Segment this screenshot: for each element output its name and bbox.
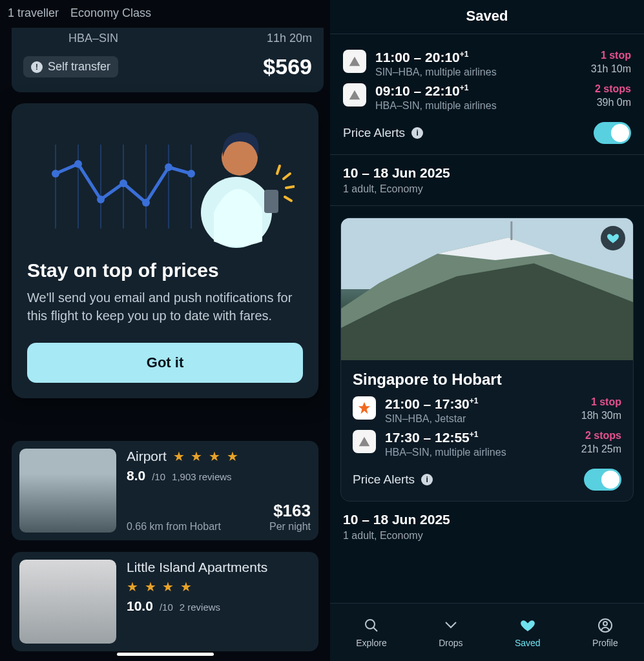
price-alerts-toggle[interactable] bbox=[584, 469, 621, 491]
svg-marker-26 bbox=[358, 402, 370, 414]
hotel-distance: 0.66 km from Hobart bbox=[127, 521, 221, 533]
favorite-button[interactable] bbox=[601, 226, 625, 250]
hotel-name: Airport bbox=[127, 449, 167, 464]
svg-point-27 bbox=[366, 620, 375, 629]
trip-dates: 10 – 18 Jun 2025 bbox=[343, 165, 631, 181]
self-transfer-label: Self transfer bbox=[48, 60, 110, 74]
svg-point-7 bbox=[52, 170, 59, 178]
heart-icon bbox=[519, 617, 536, 634]
flight-leg: 17:30 – 12:55+1 HBA–SIN, multiple airlin… bbox=[341, 430, 633, 458]
dialog-illustration bbox=[27, 119, 303, 248]
dialog-title: Stay on top of prices bbox=[27, 259, 303, 281]
flight-duration: 11h 20m bbox=[267, 32, 312, 45]
page-title: Saved bbox=[330, 0, 644, 34]
profile-icon bbox=[597, 617, 614, 634]
airline-icon bbox=[343, 83, 366, 107]
price-alerts-label: Price Alerts bbox=[343, 126, 405, 140]
hotel-card-1[interactable]: Little Island Apartments ★ ★ ★ ★ 10.0/10… bbox=[12, 552, 318, 651]
hotel-rating: 10.0 bbox=[127, 598, 153, 614]
tab-label: Saved bbox=[515, 638, 541, 648]
airline-icon-jetstar bbox=[353, 396, 376, 420]
price-alerts-label: Price Alerts bbox=[353, 473, 415, 487]
leg-times: 09:10 – 22:10+1 bbox=[375, 83, 586, 99]
leg-duration: 39h 0m bbox=[595, 97, 631, 108]
self-transfer-badge: ! Self transfer bbox=[23, 56, 118, 77]
saved-card-0[interactable]: 11:00 – 20:10+1 SIN–HBA, multiple airlin… bbox=[330, 34, 644, 155]
trip-dates: 10 – 18 Jun 2025 bbox=[343, 512, 631, 527]
star-rating-icons: ★ ★ ★ ★ bbox=[127, 579, 311, 595]
hotel-price-per: Per night bbox=[269, 521, 311, 533]
info-icon[interactable]: i bbox=[411, 127, 423, 139]
leg-sub: HBA–SIN, multiple airlines bbox=[385, 447, 572, 458]
hotel-price: $163 bbox=[269, 501, 311, 521]
svg-line-28 bbox=[373, 627, 377, 631]
hotel-thumb bbox=[19, 449, 116, 533]
review-count: 2 reviews bbox=[180, 602, 220, 613]
leg-duration: 18h 30m bbox=[581, 410, 621, 422]
trip-pax: 1 adult, Economy bbox=[343, 183, 631, 195]
tab-drops[interactable]: Drops bbox=[439, 617, 462, 648]
svg-point-10 bbox=[119, 179, 127, 187]
tab-explore[interactable]: Explore bbox=[356, 617, 386, 648]
leg-sub: SIN–HBA, Jetstar bbox=[385, 413, 572, 425]
route-hero-image bbox=[341, 218, 633, 360]
rating-of: /10 bbox=[160, 602, 173, 613]
leg-times: 17:30 – 12:55+1 bbox=[385, 430, 572, 445]
heart-outline-icon bbox=[442, 617, 459, 634]
price-alerts-toggle[interactable] bbox=[594, 122, 631, 144]
svg-line-18 bbox=[286, 187, 294, 188]
airline-icon bbox=[343, 50, 366, 73]
svg-point-8 bbox=[74, 160, 82, 168]
svg-point-11 bbox=[142, 199, 150, 207]
tab-label: Explore bbox=[356, 638, 386, 648]
flight-result-card[interactable]: HBA–SIN 11h 20m ! Self transfer $569 bbox=[12, 28, 324, 92]
saved-meta: 10 – 18 Jun 2025 1 adult, Economy bbox=[330, 155, 644, 206]
bottom-tab-bar: Explore Drops Saved Profile bbox=[330, 603, 644, 661]
info-icon[interactable]: i bbox=[421, 474, 433, 485]
right-pane: Saved 11:00 – 20:10+1 SIN–HBA, multiple … bbox=[330, 0, 644, 661]
got-it-button[interactable]: Got it bbox=[27, 343, 303, 383]
tab-saved[interactable]: Saved bbox=[515, 617, 541, 648]
flight-price: $569 bbox=[263, 54, 312, 79]
star-rating-icons: ★ ★ ★ ★ bbox=[173, 449, 240, 464]
dialog-body: We'll send you email and push notificati… bbox=[27, 289, 303, 325]
leg-times: 21:00 – 17:30+1 bbox=[385, 396, 572, 412]
airline-icon bbox=[353, 430, 376, 453]
search-icon bbox=[363, 617, 380, 634]
flight-leg: 21:00 – 17:30+1 SIN–HBA, Jetstar 1 stop … bbox=[341, 396, 633, 425]
hotel-name: Little Island Apartments bbox=[127, 560, 267, 575]
saved-card-1[interactable]: Singapore to Hobart 21:00 – 17:30+1 SIN–… bbox=[340, 218, 634, 502]
leg-stops: 2 stops bbox=[581, 430, 621, 442]
home-indicator bbox=[117, 653, 214, 656]
svg-line-20 bbox=[277, 166, 280, 174]
leg-sub: SIN–HBA, multiple airlines bbox=[375, 66, 582, 78]
review-count: 1,903 reviews bbox=[172, 471, 232, 482]
svg-line-17 bbox=[284, 174, 290, 179]
leg-stops: 2 stops bbox=[595, 83, 631, 95]
leg-times: 11:00 – 20:10+1 bbox=[375, 50, 582, 65]
filters-bar: 1 traveller Economy Class bbox=[0, 0, 330, 26]
tab-label: Drops bbox=[439, 638, 462, 648]
route-line: HBA–SIN 11h 20m bbox=[23, 32, 312, 45]
leg-duration: 21h 25m bbox=[581, 443, 621, 455]
svg-rect-16 bbox=[264, 190, 278, 213]
flight-leg: 11:00 – 20:10+1 SIN–HBA, multiple airlin… bbox=[343, 50, 631, 78]
left-pane: 1 traveller Economy Class HBA–SIN 11h 20… bbox=[0, 0, 330, 661]
route-title: Singapore to Hobart bbox=[341, 360, 633, 391]
warning-icon: ! bbox=[31, 61, 43, 73]
cabin-filter[interactable]: Economy Class bbox=[70, 4, 151, 23]
flight-leg: 09:10 – 22:10+1 HBA–SIN, multiple airlin… bbox=[343, 83, 631, 112]
saved-meta: 10 – 18 Jun 2025 1 adult, Economy bbox=[330, 502, 644, 545]
svg-point-9 bbox=[97, 196, 105, 203]
leg-sub: HBA–SIN, multiple airlines bbox=[375, 100, 586, 112]
leg-stops: 1 stop bbox=[591, 50, 631, 61]
tab-label: Profile bbox=[592, 638, 618, 648]
svg-line-19 bbox=[285, 197, 291, 201]
svg-point-12 bbox=[165, 163, 172, 171]
price-alert-dialog: Stay on top of prices We'll send you ema… bbox=[12, 103, 318, 398]
pax-filter[interactable]: 1 traveller bbox=[8, 4, 59, 23]
leg-duration: 31h 10m bbox=[591, 63, 631, 75]
hotel-rating: 8.0 bbox=[127, 468, 145, 483]
tab-profile[interactable]: Profile bbox=[592, 617, 618, 648]
hotel-card-0[interactable]: Airport ★ ★ ★ ★ 8.0/10 1,903 reviews 0.6… bbox=[12, 441, 318, 540]
